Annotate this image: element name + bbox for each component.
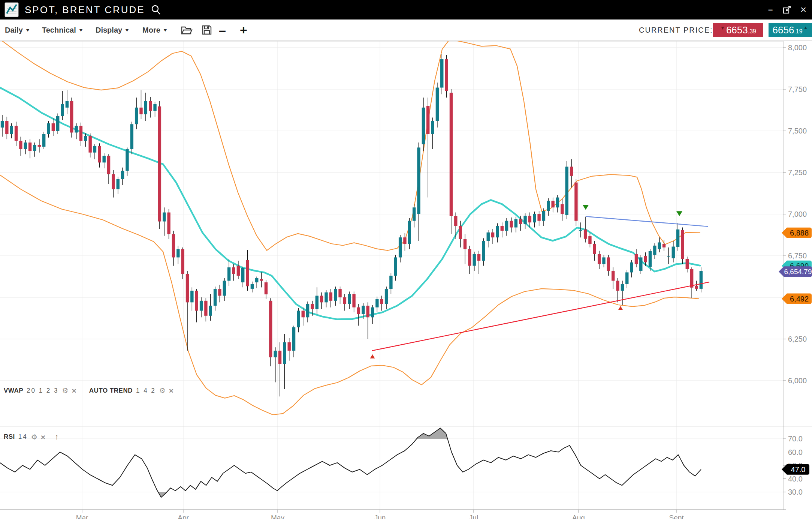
instrument-title: SPOT, BRENT CRUDE [25, 4, 145, 16]
rsi-legend: RSI 14 ⚙ × ↑ [4, 432, 59, 441]
bid-price-int: 6653 [726, 24, 748, 36]
svg-text:30.0: 30.0 [788, 488, 803, 496]
trading-app-window: { "title_bar": { "title": "SPOT, BRENT C… [0, 0, 812, 519]
lower-band-price-badge: 6,492 [782, 294, 812, 304]
current-price-label: CURRENT PRICE: [639, 20, 713, 40]
close-window-icon[interactable]: × [799, 5, 808, 15]
vwap-remove-icon[interactable]: × [72, 387, 76, 394]
chart-canvas[interactable]: 8,0007,7507,5007,2507,0006,7506,5006,250… [0, 0, 812, 519]
rsi-line [0, 428, 701, 498]
vwap-upper-band-line [0, 39, 700, 250]
svg-text:47.0: 47.0 [791, 465, 806, 474]
svg-text:6,000: 6,000 [788, 376, 807, 385]
technical-menu-label: Technical [42, 26, 76, 34]
chevron-down-icon: ▼ [25, 27, 30, 33]
zoom-out-button[interactable]: – [219, 20, 226, 40]
svg-text:6,888: 6,888 [790, 229, 809, 237]
vwap-settings-gear-icon[interactable]: ⚙ [62, 387, 69, 394]
svg-text:Apr: Apr [178, 514, 189, 519]
price-down-arrow-icon: ▼ [720, 25, 725, 31]
toolbar: Daily▼ Technical▼ Display▼ More▼ – + [0, 20, 812, 41]
auto-trend-legend-label: AUTO TREND [89, 387, 133, 394]
svg-text:6,250: 6,250 [788, 335, 807, 343]
auto-trend-resistance[interactable] [586, 216, 708, 226]
svg-text:7,250: 7,250 [788, 168, 807, 177]
svg-text:Jun: Jun [374, 514, 386, 519]
swing-low-marker [618, 306, 623, 310]
svg-text:Jul: Jul [469, 514, 478, 519]
svg-text:70.0: 70.0 [788, 435, 803, 443]
timeframe-menu[interactable]: Daily▼ [5, 20, 30, 40]
rsi-overbought-fill [417, 428, 447, 439]
last-price-badge: 6,654.79 [779, 266, 812, 277]
gridlines [0, 41, 783, 510]
svg-text:8,000: 8,000 [788, 44, 807, 52]
ask-price-badge: 6656 .19 ▲ [769, 23, 812, 37]
rsi-panel[interactable] [0, 428, 701, 498]
price-up-arrow-icon: ▲ [803, 25, 808, 30]
ask-price-dec: .19 [794, 28, 802, 35]
vwap-legend-label: VWAP [4, 387, 23, 394]
auto-trend-support[interactable] [372, 282, 709, 351]
vwap-legend-params: 20 1 2 3 [27, 387, 58, 394]
rsi-remove-icon[interactable]: × [41, 433, 45, 441]
timeframe-menu-label: Daily [5, 26, 23, 34]
svg-text:7,500: 7,500 [788, 127, 807, 135]
main-chart-panel[interactable] [0, 39, 709, 415]
swing-high-marker [676, 211, 682, 216]
rsi-move-up-icon[interactable]: ↑ [55, 432, 59, 441]
display-menu-label: Display [96, 26, 122, 34]
svg-text:May: May [271, 514, 284, 519]
auto-trend-settings-gear-icon[interactable]: ⚙ [159, 387, 166, 394]
rsi-value-badge: 47.0 [782, 464, 809, 475]
svg-text:6,492: 6,492 [790, 295, 809, 303]
ask-price-int: 6656 [773, 24, 794, 36]
zoom-in-button[interactable]: + [240, 20, 247, 40]
search-icon[interactable] [150, 4, 162, 15]
svg-text:Mar: Mar [76, 514, 88, 519]
swing-high-marker [583, 205, 589, 210]
svg-text:7,750: 7,750 [788, 85, 807, 93]
svg-text:6,750: 6,750 [788, 252, 807, 260]
display-menu[interactable]: Display▼ [96, 20, 129, 40]
popout-window-icon[interactable] [782, 5, 792, 15]
chevron-down-icon: ▼ [162, 27, 168, 33]
main-chart-legend: VWAP 20 1 2 3 ⚙ × AUTO TREND 1 4 2 ⚙ × [4, 387, 173, 394]
upper-band-price-badge: 6,888 [782, 228, 812, 238]
svg-text:40.0: 40.0 [788, 475, 803, 483]
svg-text:60.0: 60.0 [788, 448, 803, 456]
swing-low-marker [370, 354, 375, 358]
candlestick-series [1, 54, 703, 396]
svg-text:7,000: 7,000 [788, 210, 807, 218]
more-menu-label: More [142, 26, 160, 34]
time-axis: MarAprMayJunJulAugSept [76, 510, 684, 519]
vwap-line [0, 88, 700, 320]
chevron-down-icon: ▼ [78, 27, 84, 33]
save-icon[interactable] [202, 20, 212, 40]
more-menu[interactable]: More▼ [142, 20, 167, 40]
svg-text:Sept: Sept [669, 514, 684, 519]
app-logo-icon [4, 2, 19, 17]
rsi-legend-params: 14 [18, 433, 28, 441]
svg-text:Aug: Aug [572, 514, 585, 519]
auto-trend-legend-params: 1 4 2 [136, 387, 156, 394]
bid-price-badge: ▼ 6653 .39 [713, 23, 763, 37]
auto-trend-remove-icon[interactable]: × [169, 387, 173, 394]
window-controls: – × [766, 0, 808, 20]
rsi-settings-gear-icon[interactable]: ⚙ [31, 434, 37, 441]
svg-text:6,654.79: 6,654.79 [784, 268, 812, 276]
technical-menu[interactable]: Technical▼ [42, 20, 83, 40]
open-folder-icon[interactable] [181, 20, 193, 40]
rsi-legend-label: RSI [4, 433, 15, 441]
minimize-window-icon[interactable]: – [766, 5, 775, 15]
chevron-down-icon: ▼ [124, 27, 130, 33]
bid-price-dec: .39 [748, 28, 756, 35]
title-bar: SPOT, BRENT CRUDE – × [0, 0, 812, 20]
